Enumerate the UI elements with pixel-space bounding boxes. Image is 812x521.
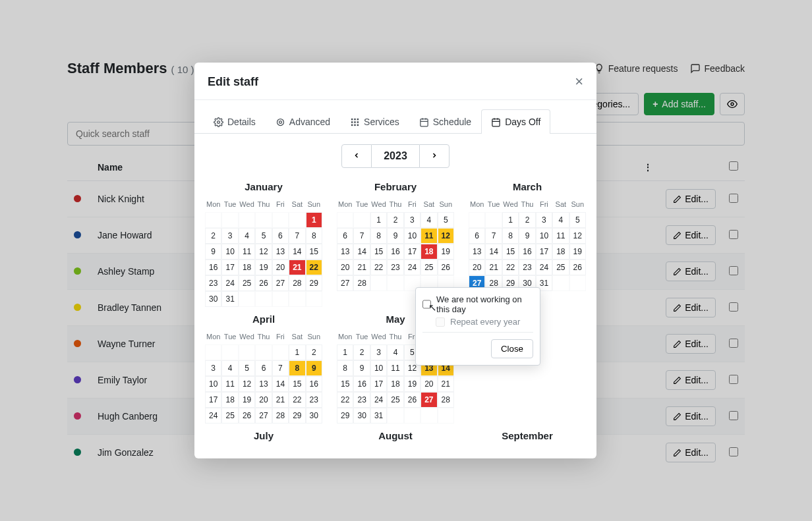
calendar-day[interactable]: 11: [221, 376, 238, 392]
calendar-day[interactable]: 24: [536, 260, 552, 275]
calendar-day[interactable]: 12: [438, 228, 454, 244]
calendar-day[interactable]: 5: [239, 360, 255, 376]
calendar-day[interactable]: 20: [420, 376, 437, 392]
calendar-day[interactable]: 9: [353, 360, 370, 376]
calendar-day[interactable]: 14: [272, 376, 289, 392]
calendar-day[interactable]: 9: [519, 228, 535, 244]
calendar-day[interactable]: 24: [205, 408, 221, 424]
calendar-day[interactable]: 2: [387, 212, 403, 228]
calendar-day[interactable]: 6: [469, 228, 485, 244]
calendar-day[interactable]: 25: [552, 260, 569, 275]
calendar-day[interactable]: 27: [420, 392, 437, 408]
calendar-day[interactable]: 2: [205, 228, 221, 244]
calendar-day[interactable]: 6: [337, 228, 353, 244]
calendar-day[interactable]: 30: [353, 408, 370, 424]
calendar-day[interactable]: 28: [272, 408, 289, 424]
calendar-day[interactable]: 5: [569, 212, 586, 228]
calendar-day[interactable]: 26: [255, 275, 272, 291]
calendar-day[interactable]: 21: [272, 392, 289, 408]
calendar-day[interactable]: 21: [485, 260, 502, 275]
calendar-day[interactable]: 27: [337, 275, 353, 291]
calendar-day[interactable]: 7: [353, 228, 370, 244]
calendar-day[interactable]: 23: [519, 260, 535, 275]
calendar-day[interactable]: 2: [519, 212, 535, 228]
repeat-yearly-checkbox[interactable]: [436, 317, 445, 327]
calendar-day[interactable]: 11: [420, 228, 437, 244]
calendar-day[interactable]: 22: [306, 260, 322, 275]
calendar-day[interactable]: 2: [353, 344, 370, 360]
calendar-day[interactable]: 18: [387, 376, 403, 392]
calendar-day[interactable]: 10: [536, 228, 552, 244]
calendar-day[interactable]: 23: [387, 260, 403, 275]
calendar-day[interactable]: 17: [536, 244, 552, 260]
calendar-day[interactable]: 15: [337, 376, 353, 392]
calendar-day[interactable]: 24: [404, 260, 420, 275]
calendar-day[interactable]: 5: [255, 228, 272, 244]
next-year-button[interactable]: [419, 144, 450, 168]
calendar-day[interactable]: 28: [289, 275, 305, 291]
calendar-day[interactable]: 9: [387, 228, 403, 244]
calendar-day[interactable]: 8: [370, 228, 387, 244]
calendar-day[interactable]: 30: [306, 408, 322, 424]
calendar-day[interactable]: 19: [404, 376, 420, 392]
calendar-day[interactable]: 20: [272, 260, 289, 275]
calendar-day[interactable]: 20: [337, 260, 353, 275]
calendar-day[interactable]: 15: [306, 244, 322, 260]
calendar-day[interactable]: 28: [438, 392, 454, 408]
calendar-day[interactable]: 1: [289, 344, 305, 360]
calendar-day[interactable]: 8: [502, 228, 519, 244]
calendar-day[interactable]: 25: [387, 392, 403, 408]
calendar-day[interactable]: 6: [272, 228, 289, 244]
prev-year-button[interactable]: [341, 144, 372, 168]
calendar-day[interactable]: 29: [337, 408, 353, 424]
calendar-day[interactable]: 18: [221, 392, 238, 408]
calendar-day[interactable]: 18: [420, 244, 437, 260]
calendar-day[interactable]: 13: [337, 244, 353, 260]
calendar-day[interactable]: 4: [552, 212, 569, 228]
calendar-day[interactable]: 11: [552, 228, 569, 244]
calendar-day[interactable]: 31: [221, 291, 238, 307]
tab-details[interactable]: Details: [204, 109, 266, 134]
calendar-day[interactable]: 11: [387, 360, 403, 376]
calendar-day[interactable]: 9: [205, 244, 221, 260]
calendar-day[interactable]: 3: [536, 212, 552, 228]
calendar-day[interactable]: 12: [255, 244, 272, 260]
calendar-day[interactable]: 7: [485, 228, 502, 244]
calendar-day[interactable]: 15: [289, 376, 305, 392]
calendar-day[interactable]: 24: [221, 275, 238, 291]
calendar-day[interactable]: 27: [255, 408, 272, 424]
calendar-day[interactable]: 7: [289, 228, 305, 244]
not-working-checkbox[interactable]: [422, 300, 431, 309]
calendar-day[interactable]: 10: [404, 228, 420, 244]
calendar-day[interactable]: 26: [569, 260, 586, 275]
calendar-day[interactable]: 19: [255, 260, 272, 275]
calendar-day[interactable]: 16: [205, 260, 221, 275]
tab-schedule[interactable]: Schedule: [409, 109, 481, 134]
calendar-day[interactable]: 8: [337, 360, 353, 376]
calendar-day[interactable]: 16: [387, 244, 403, 260]
calendar-day[interactable]: 17: [221, 260, 238, 275]
calendar-day[interactable]: 20: [469, 260, 485, 275]
calendar-day[interactable]: 15: [370, 244, 387, 260]
calendar-day[interactable]: 22: [289, 392, 305, 408]
calendar-day[interactable]: 4: [221, 360, 238, 376]
close-icon[interactable]: ×: [575, 74, 583, 89]
calendar-day[interactable]: 15: [502, 244, 519, 260]
calendar-day[interactable]: 3: [370, 344, 387, 360]
calendar-day[interactable]: 3: [404, 212, 420, 228]
calendar-day[interactable]: 17: [205, 392, 221, 408]
calendar-day[interactable]: 10: [205, 376, 221, 392]
calendar-day[interactable]: 23: [205, 275, 221, 291]
calendar-day[interactable]: 3: [221, 228, 238, 244]
calendar-day[interactable]: 14: [289, 244, 305, 260]
calendar-day[interactable]: 25: [420, 260, 437, 275]
calendar-day[interactable]: 28: [353, 275, 370, 291]
calendar-day[interactable]: 8: [306, 228, 322, 244]
calendar-day[interactable]: 1: [306, 212, 322, 228]
calendar-day[interactable]: 5: [438, 212, 454, 228]
calendar-day[interactable]: 22: [502, 260, 519, 275]
calendar-day[interactable]: 11: [239, 244, 255, 260]
calendar-day[interactable]: 22: [337, 392, 353, 408]
calendar-day[interactable]: 17: [370, 376, 387, 392]
calendar-day[interactable]: 14: [353, 244, 370, 260]
